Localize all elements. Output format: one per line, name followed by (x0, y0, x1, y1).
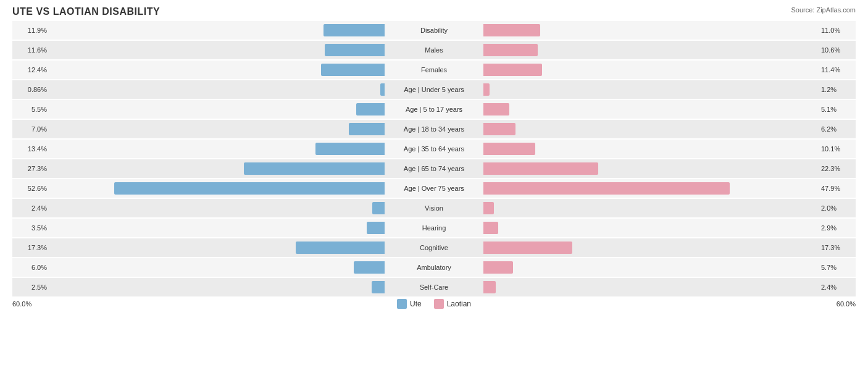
left-bar-container (49, 21, 385, 40)
bar-label: Age | 18 to 34 years (385, 125, 483, 133)
bar-label: Age | 35 to 64 years (385, 145, 483, 153)
axis-label-left: 60.0% (12, 300, 49, 308)
axis-label-right: 60.0% (819, 300, 856, 308)
chart-title: UTE VS LAOTIAN DISABILITY (12, 6, 160, 17)
right-value: 11.4% (819, 66, 856, 74)
right-bar-container (483, 120, 819, 138)
legend-box-laotian (434, 299, 444, 309)
right-bar-container (483, 159, 819, 178)
left-value: 11.9% (12, 27, 49, 34)
bar-blue (372, 202, 385, 214)
bar-label: Males (385, 46, 483, 54)
bar-pink (483, 261, 513, 274)
right-value: 11.0% (819, 27, 856, 34)
bar-blue (321, 64, 385, 76)
bar-label: Age | Over 75 years (385, 185, 483, 192)
left-value: 2.5% (12, 284, 49, 291)
left-bar-container (49, 100, 385, 119)
legend-box-ute (397, 299, 407, 309)
bars-area: 11.9% Disability 11.0% 11.6% Males 10.6%… (12, 21, 856, 296)
right-bar-container (483, 140, 819, 158)
bar-blue (315, 143, 385, 155)
bar-label: Cognitive (385, 244, 483, 251)
legend-item-ute: Ute (397, 299, 422, 309)
bar-row: 27.3% Age | 65 to 74 years 22.3% (12, 159, 856, 178)
right-value: 47.9% (819, 185, 856, 192)
right-value: 5.1% (819, 106, 856, 113)
right-value: 10.1% (819, 145, 856, 153)
left-bar-container (49, 140, 385, 158)
left-bar-container (49, 278, 385, 296)
chart-container: UTE VS LAOTIAN DISABILITY Source: ZipAtl… (0, 0, 868, 378)
left-bar-container (49, 219, 385, 237)
right-value: 2.9% (819, 224, 856, 232)
right-bar-container (483, 258, 819, 277)
right-bar-container (483, 80, 819, 99)
left-bar-container (49, 258, 385, 277)
bar-label: Age | 65 to 74 years (385, 165, 483, 172)
right-value: 5.7% (819, 264, 856, 271)
bar-blue (323, 24, 385, 36)
left-bar-container (49, 120, 385, 138)
bar-pink (483, 83, 490, 96)
bar-pink (483, 242, 572, 254)
bar-blue (372, 281, 385, 293)
bar-pink (483, 143, 535, 155)
bar-label: Females (385, 66, 483, 74)
bar-pink (483, 281, 496, 293)
bar-pink (483, 103, 509, 116)
left-value: 52.6% (12, 185, 49, 192)
bar-pink (483, 162, 598, 175)
bar-blue (356, 103, 385, 116)
bar-label: Self-Care (385, 284, 483, 291)
left-value: 12.4% (12, 66, 49, 74)
legend: Ute Laotian (49, 299, 819, 309)
bar-blue (354, 261, 385, 274)
bar-label: Disability (385, 27, 483, 34)
right-bar-container (483, 179, 819, 198)
bar-label: Ambulatory (385, 264, 483, 271)
left-bar-container (49, 159, 385, 178)
bar-row: 11.9% Disability 11.0% (12, 21, 856, 40)
left-bar-container (49, 199, 385, 217)
bar-blue (349, 123, 385, 135)
right-bar-container (483, 238, 819, 257)
bar-row: 13.4% Age | 35 to 64 years 10.1% (12, 140, 856, 158)
right-value: 2.0% (819, 204, 856, 212)
bar-row: 11.6% Males 10.6% (12, 41, 856, 59)
right-bar-container (483, 199, 819, 217)
bar-label: Age | Under 5 years (385, 86, 483, 93)
bar-blue (244, 162, 385, 175)
bar-row: 3.5% Hearing 2.9% (12, 219, 856, 237)
bar-blue (325, 44, 385, 56)
bar-label: Vision (385, 204, 483, 212)
right-bar-container (483, 278, 819, 296)
left-value: 3.5% (12, 224, 49, 232)
right-bar-container (483, 61, 819, 79)
left-bar-container (49, 41, 385, 59)
left-value: 13.4% (12, 145, 49, 153)
bar-pink (483, 182, 730, 195)
right-value: 1.2% (819, 86, 856, 93)
bar-blue (367, 222, 385, 234)
bar-blue (380, 83, 385, 96)
right-value: 22.3% (819, 165, 856, 172)
right-value: 2.4% (819, 284, 856, 291)
left-bar-container (49, 238, 385, 257)
right-value: 10.6% (819, 46, 856, 54)
left-value: 5.5% (12, 106, 49, 113)
left-value: 0.86% (12, 86, 49, 93)
left-value: 6.0% (12, 264, 49, 271)
bar-row: 7.0% Age | 18 to 34 years 6.2% (12, 120, 856, 138)
bar-label: Age | 5 to 17 years (385, 106, 483, 113)
bar-row: 5.5% Age | 5 to 17 years 5.1% (12, 100, 856, 119)
bar-pink (483, 222, 498, 234)
bar-blue (114, 182, 385, 195)
bar-row: 52.6% Age | Over 75 years 47.9% (12, 179, 856, 198)
bar-row: 6.0% Ambulatory 5.7% (12, 258, 856, 277)
source-text: Source: ZipAtlas.com (791, 6, 856, 14)
right-bar-container (483, 41, 819, 59)
bar-row: 2.4% Vision 2.0% (12, 199, 856, 217)
bar-pink (483, 64, 542, 76)
right-bar-container (483, 219, 819, 237)
